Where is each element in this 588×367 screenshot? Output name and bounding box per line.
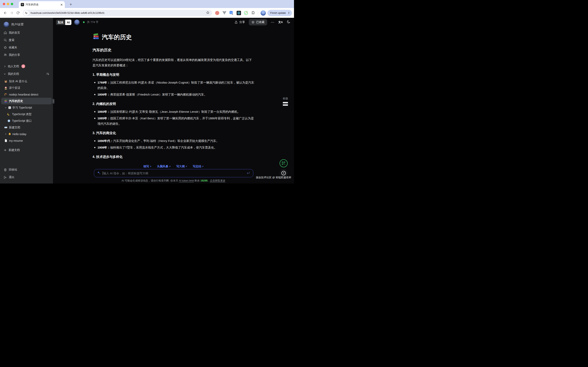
van-icon xyxy=(4,126,7,129)
word-count: 共 774 字 xyxy=(87,20,98,24)
back-icon[interactable] xyxy=(2,10,9,16)
extension-juejin-icon[interactable] xyxy=(215,11,220,15)
outline-minimap[interactable]: 标题 xyxy=(283,97,288,106)
translate-icon[interactable]: 文A xyxy=(278,20,283,24)
others-docs-badge: 2 xyxy=(21,64,25,68)
finish-update-label: Finish update xyxy=(270,11,286,14)
tab-close-icon[interactable]: ✕ xyxy=(60,3,63,6)
doc-item-car-history[interactable]: 汽车的历史 xyxy=(1,98,52,104)
doc-item-nodejs-heartbeat[interactable]: nodejs heartbeat detect xyxy=(0,91,53,98)
collaborator-avatar[interactable] xyxy=(74,20,80,25)
sidebar-item-my-docs[interactable]: 我的文档 xyxy=(0,70,53,78)
url-bar[interactable]: huashuai.com/work/c0e02449-523d-48dc-a4d… xyxy=(23,10,212,16)
arrow-up-right-icon: ↗ xyxy=(202,165,204,168)
share-icon xyxy=(234,21,238,24)
sidebar-resize-handle[interactable]: ⠿ xyxy=(52,99,54,104)
doc-item-label: my resume xyxy=(9,139,23,142)
ai-command-input[interactable] xyxy=(103,172,247,175)
share-button[interactable]: 分享 xyxy=(234,20,245,24)
doc-item-learn-typescript[interactable]: 学习 TypeScript xyxy=(0,104,53,111)
users-icon xyxy=(4,53,7,57)
dog-icon xyxy=(4,80,7,83)
reload-icon[interactable] xyxy=(15,10,21,16)
extension-vue-icon[interactable] xyxy=(222,11,227,15)
sidebar-item-label: 我的文档 xyxy=(8,72,19,76)
intro-paragraph: 汽车的历史可以追溯到19世纪末，经历了多个重要的发展阶段，逐渐从简单的机械装置演… xyxy=(93,57,255,68)
sidebar-item-others-docs[interactable]: 他人文档 2 xyxy=(0,63,53,70)
doc-item-label: 新建文档 xyxy=(9,126,20,129)
sidebar-item-home[interactable]: 我的首页 xyxy=(0,29,53,36)
token-remaining-value: 19295 xyxy=(200,179,208,182)
doc-item-what-is-huashui[interactable]: 划水 AI 是什么 xyxy=(0,78,53,84)
sidebar-item-search[interactable]: 搜索 xyxy=(0,36,53,44)
doc-item-tell-a-joke[interactable]: 讲个笑话 xyxy=(0,84,53,91)
svg-text:A: A xyxy=(232,13,233,15)
arrow-up-right-icon: ↗ xyxy=(169,165,170,168)
user-settings-label: 用户/设置 xyxy=(11,23,24,26)
extension-orbit-icon[interactable] xyxy=(244,11,248,15)
url-text[interactable]: huashuai.com/work/c0e02449-523d-48dc-a4d… xyxy=(31,11,206,14)
forward-icon[interactable] xyxy=(9,10,15,16)
tab-favicon-icon: 划 xyxy=(21,3,24,6)
favorited-button[interactable]: 已收藏 xyxy=(249,19,267,25)
browser-window: 划 汽车的历史 ✕ + huashuai.com/work/c0e02449-5… xyxy=(0,0,294,184)
sidebar-item-user-settings[interactable]: 用户/设置 xyxy=(0,20,53,29)
doc-item-new-doc-van[interactable]: 新建文档 xyxy=(0,124,53,131)
more-menu-icon[interactable]: ··· xyxy=(271,21,275,24)
bookmark-star-icon[interactable] xyxy=(206,11,210,15)
browser-menu-icon[interactable]: ⋮ xyxy=(288,12,290,14)
token-limit-link[interactable]: AI token limit xyxy=(179,179,194,182)
list-item: 1890年代：汽车开始商业化生产，亨利·福特（Henry Ford）等企业家开始… xyxy=(93,138,255,143)
browser-tab[interactable]: 划 汽车的历史 ✕ xyxy=(19,1,65,8)
section-heading: 1. 早期概念与发明 xyxy=(93,72,255,77)
ai-command-bar[interactable] xyxy=(94,169,253,177)
sidebar-item-trash[interactable]: 回收站 xyxy=(0,166,53,174)
sidebar-item-favorites[interactable]: 收藏夹 xyxy=(0,44,53,51)
maximize-window-button[interactable] xyxy=(11,3,13,5)
close-window-button[interactable] xyxy=(3,3,5,5)
sidebar-item-logout[interactable]: 退出 xyxy=(0,174,53,181)
document-editor[interactable]: 汽车的历史 汽车的历史 汽车的历史可以追溯到19世纪末，经历了多个重要的发展阶段… xyxy=(93,27,255,159)
bullet-list: 1860年：法国发明家让·约瑟夫·艾蒂安·勒努瓦（Jean Joseph Eti… xyxy=(93,109,255,126)
ai-disclaimer: AI 可能会生成错误信息，请自行检查判断. 你本月 AI token limit… xyxy=(53,179,294,183)
write-summary-link[interactable]: 写总结↗ xyxy=(193,165,204,168)
toolbar-divider xyxy=(258,11,258,15)
star-icon xyxy=(251,21,255,24)
new-tab-button[interactable]: + xyxy=(68,2,74,7)
outline-heading-bar xyxy=(283,104,288,106)
continue-writing-link[interactable]: 续写↗ xyxy=(143,165,151,168)
browser-profile-avatar[interactable] xyxy=(261,10,266,16)
minimize-window-button[interactable] xyxy=(7,3,9,5)
doc-item-label: 学习 TypeScript xyxy=(12,106,32,109)
chevron-right-icon xyxy=(4,65,6,67)
site-settings-icon[interactable] xyxy=(24,10,29,16)
text-caret xyxy=(102,172,103,175)
doc-item-typescript-interface[interactable]: TypeScript 接口 xyxy=(0,117,53,124)
qr-code-button[interactable] xyxy=(280,159,288,167)
sidebar-item-my-shares[interactable]: 我的分享 xyxy=(0,51,53,58)
section-heading: 4. 技术进步与多样化 xyxy=(93,154,255,159)
finish-update-button[interactable]: Finish update ⋮ xyxy=(267,10,292,16)
doc-item-typescript-types[interactable]: TypeScript 类型 xyxy=(0,111,53,117)
user-avatar xyxy=(4,22,9,27)
chevron-down-icon xyxy=(5,107,7,109)
extension-translate-icon[interactable]: GA xyxy=(229,11,234,15)
doc-item-label: 划水 AI 是什么 xyxy=(9,80,27,83)
doc-item-label: TypeScript 接口 xyxy=(12,119,32,123)
new-document-button[interactable]: 新建文档 xyxy=(0,147,53,154)
moon-icon xyxy=(287,20,290,24)
brainstorm-link[interactable]: 头脑风暴↗ xyxy=(157,165,170,168)
enter-icon[interactable] xyxy=(246,171,250,176)
write-outline-link[interactable]: 写大纲↗ xyxy=(176,165,187,168)
document-title-text: 汽车的历史 xyxy=(102,33,132,41)
doc-item-hello-today[interactable]: Hello today xyxy=(0,131,53,137)
extension-react-devtools-icon[interactable] xyxy=(236,11,241,15)
get-more-tokens-link[interactable]: 点击获取更多 xyxy=(210,179,225,182)
moon-icon xyxy=(7,113,10,116)
extensions-puzzle-icon[interactable] xyxy=(251,11,256,15)
sidebar-item-label: 退出 xyxy=(9,175,14,179)
doc-item-my-resume[interactable]: my resume xyxy=(0,137,53,144)
list-item: 1885年：德国工程师卡尔·本茨（Karl Benz）发明了第一辆实用的内燃机汽… xyxy=(93,116,255,126)
sidebar: 用户/设置 我的首页 搜索 收藏夹 我的分享 他人文档 2 xyxy=(0,18,53,184)
dark-mode-toggle[interactable] xyxy=(287,20,290,25)
